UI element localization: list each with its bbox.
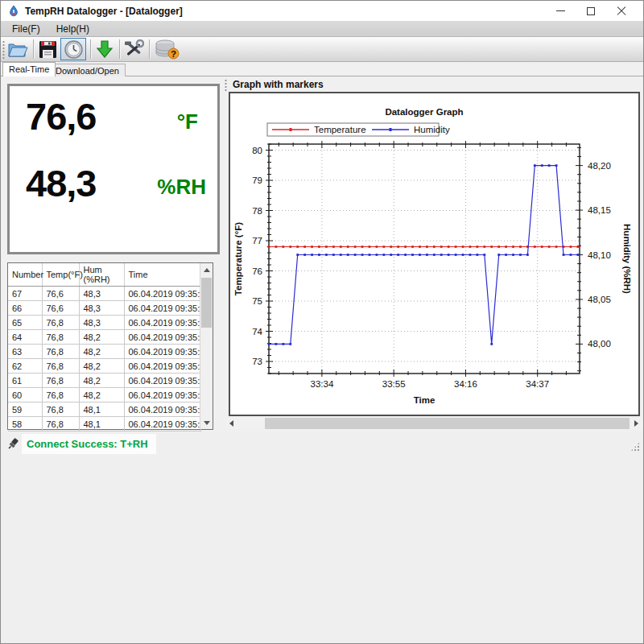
col-header-time[interactable]: Time	[124, 263, 200, 287]
table-cell: 76,8	[42, 402, 79, 417]
temperature-value: 76,6	[26, 94, 96, 138]
svg-text:?: ?	[171, 49, 176, 59]
svg-text:75: 75	[252, 296, 262, 306]
graph-panel: 737475767778798048,0048,0548,1048,1548,2…	[229, 92, 640, 416]
table-scrollbar-thumb[interactable]	[201, 278, 212, 328]
svg-text:Humidity: Humidity	[414, 125, 450, 134]
maximize-icon	[587, 7, 595, 15]
maximize-button[interactable]	[576, 1, 606, 21]
table-row[interactable]: 5876,848,106.04.2019 09:35:12	[8, 417, 200, 431]
settings-tools-button[interactable]	[122, 38, 146, 60]
toolbar-separator	[90, 39, 91, 59]
scroll-down-button[interactable]	[200, 416, 213, 429]
scroll-left-button[interactable]	[225, 418, 238, 429]
table-row[interactable]: 6576,848,306.04.2019 09:35:27	[8, 316, 200, 330]
table-cell: 06.04.2019 09:35:14	[124, 402, 200, 417]
graph-toolstrip-grip[interactable]	[225, 79, 227, 92]
log-table-panel: Number Temp(°F) Hum (%RH) Time 6776,648,…	[7, 262, 213, 430]
table-row[interactable]: 6676,648,306.04.2019 09:35:29	[8, 301, 200, 316]
download-button[interactable]	[93, 38, 117, 60]
table-cell: 76,8	[42, 417, 79, 431]
table-cell: 76,8	[42, 359, 79, 374]
open-folder-button[interactable]	[6, 38, 30, 60]
humidity-unit: %RH	[157, 175, 206, 200]
graph-hscrollbar-thumb[interactable]	[265, 418, 630, 429]
status-message: Connect Success: T+RH	[27, 438, 148, 450]
table-row[interactable]: 6276,848,206.04.2019 09:35:21	[8, 359, 200, 374]
minimize-button[interactable]	[545, 1, 576, 21]
svg-text:48,10: 48,10	[588, 250, 611, 260]
table-cell: 06.04.2019 09:35:16	[124, 388, 200, 402]
table-cell: 48,2	[79, 374, 124, 388]
table-cell: 06.04.2019 09:35:23	[124, 345, 200, 359]
save-floppy-icon	[38, 39, 58, 60]
svg-text:34:37: 34:37	[526, 379, 549, 389]
tab-download-open[interactable]: Download/Open	[49, 64, 126, 76]
tab-real-time[interactable]: Real-Time	[2, 62, 56, 76]
table-cell: 48,2	[79, 345, 124, 359]
status-message-box: Connect Success: T+RH	[22, 434, 156, 454]
table-row[interactable]: 6476,848,206.04.2019 09:35:25	[8, 330, 200, 345]
table-row[interactable]: 6176,848,206.04.2019 09:35:18	[8, 374, 200, 388]
table-cell: 66	[8, 301, 42, 316]
svg-text:79: 79	[252, 175, 262, 185]
table-cell: 48,2	[79, 330, 124, 345]
resize-grip[interactable]	[630, 442, 640, 452]
toolbar-grip[interactable]	[2, 40, 5, 59]
table-cell: 48,1	[79, 402, 124, 417]
menu-help[interactable]: Help(H)	[48, 23, 97, 35]
save-button[interactable]	[35, 38, 60, 60]
datalogger-help-button[interactable]: ?	[152, 38, 181, 60]
table-cell: 06.04.2019 09:35:25	[124, 330, 200, 345]
minimize-icon	[556, 10, 565, 11]
humidity-value: 48,3	[26, 161, 96, 205]
toolbar-separator	[149, 39, 150, 59]
col-header-temp[interactable]: Temp(°F)	[42, 263, 79, 287]
svg-text:Datalogger Graph: Datalogger Graph	[385, 107, 463, 117]
close-button[interactable]	[606, 1, 637, 21]
col-header-hum[interactable]: Hum (%RH)	[79, 263, 124, 287]
table-scrollbar[interactable]	[200, 263, 213, 429]
table-cell: 06.04.2019 09:35:31	[124, 287, 200, 301]
table-cell: 76,8	[42, 316, 79, 330]
menu-file[interactable]: File(F)	[4, 23, 48, 35]
realtime-tab-page: 76,6 °F 48,3 %RH Number Temp(°F) Hum (%R…	[1, 76, 643, 433]
svg-text:48,15: 48,15	[588, 205, 611, 215]
svg-text:Humidity (%RH): Humidity (%RH)	[622, 224, 632, 294]
table-cell: 67	[8, 287, 42, 301]
col-header-number[interactable]: Number	[8, 263, 42, 287]
svg-text:48,05: 48,05	[588, 295, 611, 304]
table-row[interactable]: 6376,848,206.04.2019 09:35:23	[8, 345, 200, 359]
realtime-clock-button[interactable]	[60, 38, 86, 60]
svg-text:33:55: 33:55	[382, 379, 406, 389]
table-row[interactable]: 5976,848,106.04.2019 09:35:14	[8, 402, 200, 417]
svg-text:80: 80	[252, 146, 262, 155]
clock-icon	[64, 39, 84, 60]
svg-text:73: 73	[252, 357, 262, 366]
table-cell: 76,6	[42, 287, 79, 301]
temperature-unit: °F	[177, 109, 198, 134]
table-cell: 48,1	[79, 417, 124, 431]
toolbar: ?	[1, 37, 643, 62]
readout-panel: 76,6 °F 48,3 %RH	[7, 84, 220, 254]
database-question-icon: ?	[154, 39, 180, 60]
svg-text:34:16: 34:16	[454, 379, 477, 389]
svg-text:Time: Time	[414, 395, 436, 405]
table-row[interactable]: 6076,848,206.04.2019 09:35:16	[8, 388, 200, 402]
scroll-right-button[interactable]	[630, 418, 643, 429]
svg-text:78: 78	[252, 206, 262, 216]
log-table: Number Temp(°F) Hum (%RH) Time 6776,648,…	[8, 263, 201, 431]
download-arrow-icon	[95, 39, 114, 59]
scroll-up-button[interactable]	[200, 263, 213, 276]
left-arrow-icon	[229, 420, 233, 427]
table-cell: 48,3	[79, 301, 124, 316]
toolbar-separator	[119, 39, 120, 59]
graph-hscrollbar[interactable]	[225, 418, 643, 429]
table-cell: 59	[8, 402, 42, 417]
tools-icon	[123, 39, 144, 59]
table-row[interactable]: 6776,648,306.04.2019 09:35:31	[8, 287, 200, 301]
datalogger-chart: 737475767778798048,0048,0548,1048,1548,2…	[230, 93, 638, 415]
window-title: TempRH Datalogger - [Datalogger]	[25, 6, 183, 17]
log-table-body: 6776,648,306.04.2019 09:35:316676,648,30…	[8, 287, 200, 431]
table-cell: 06.04.2019 09:35:27	[124, 316, 200, 330]
